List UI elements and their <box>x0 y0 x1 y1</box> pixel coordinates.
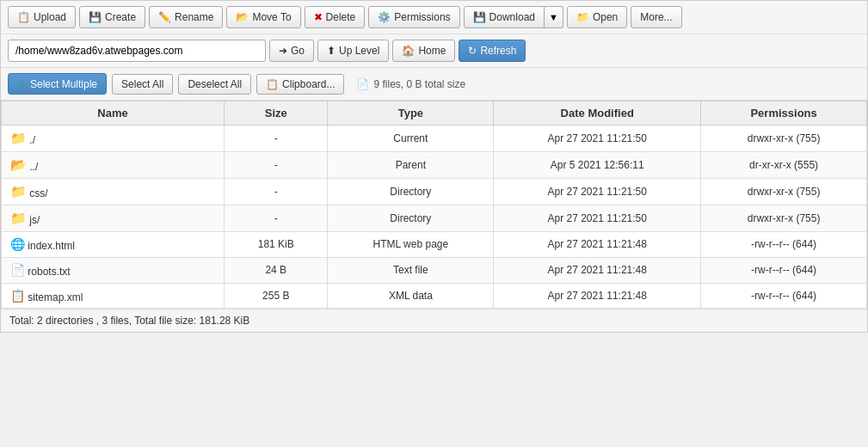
folder-icon: 📁 <box>10 131 27 145</box>
address-bar: ➜ Go ⬆ Up Level 🏠 Home ↻ Refresh <box>1 34 867 68</box>
download-icon: 💾 <box>473 11 486 23</box>
filename: index.html <box>28 240 75 252</box>
cell-date: Apr 27 2021 11:21:50 <box>494 205 701 232</box>
col-header-permissions: Permissions <box>701 101 867 126</box>
cell-type: Text file <box>328 257 494 283</box>
rename-button[interactable]: ✏️ Rename <box>149 6 223 28</box>
cell-permissions: drwxr-xr-x (755) <box>701 179 867 205</box>
cell-date: Apr 27 2021 11:21:50 <box>494 179 701 205</box>
rename-label: Rename <box>175 11 213 23</box>
go-button[interactable]: ➜ Go <box>269 40 314 62</box>
deselect-all-button[interactable]: Deselect All <box>178 74 251 95</box>
cell-date: Apr 27 2021 11:21:48 <box>494 283 701 309</box>
select-all-button[interactable]: Select All <box>112 74 173 95</box>
col-header-date: Date Modified <box>494 101 701 126</box>
open-icon: 📁 <box>576 11 589 23</box>
select-multiple-label: Select Multiple <box>30 78 97 90</box>
download-label: Download <box>489 11 535 23</box>
clipboard-button[interactable]: 📋 Clipboard... <box>256 74 344 95</box>
uplevel-button[interactable]: ⬆ Up Level <box>317 40 389 62</box>
home-label: Home <box>418 45 446 57</box>
uplevel-icon: ⬆ <box>327 45 336 57</box>
filename: ./ <box>29 134 35 146</box>
table-row[interactable]: 📁 css/ - Directory Apr 27 2021 11:21:50 … <box>2 179 867 205</box>
cell-type: Parent <box>328 152 494 179</box>
cell-name: 🌐 index.html <box>2 232 225 258</box>
cell-permissions: drwxr-xr-x (755) <box>701 126 867 152</box>
folder-icon: 📁 <box>10 211 27 225</box>
rename-icon: ✏️ <box>158 11 171 23</box>
table-row[interactable]: 📁 ./ - Current Apr 27 2021 11:21:50 drwx… <box>2 126 867 152</box>
table-row[interactable]: 📁 js/ - Directory Apr 27 2021 11:21:50 d… <box>2 205 867 232</box>
more-button[interactable]: More... <box>631 6 681 28</box>
cell-size: - <box>225 152 328 179</box>
go-label: Go <box>291 45 305 57</box>
refresh-icon: ↻ <box>468 45 477 57</box>
moveto-icon: 📂 <box>236 11 249 23</box>
upload-icon: 📋 <box>17 11 30 23</box>
uplevel-label: Up Level <box>339 45 379 57</box>
cell-size: - <box>225 126 328 152</box>
more-label: More... <box>640 11 672 23</box>
table-row[interactable]: 📋 sitemap.xml 255 B XML data Apr 27 2021… <box>2 283 867 309</box>
cell-permissions: drwxr-xr-x (755) <box>701 205 867 232</box>
xml-icon: 📋 <box>10 289 25 303</box>
cell-name: 📁 css/ <box>2 179 225 205</box>
open-label: Open <box>593 11 618 23</box>
filename: ../ <box>29 161 38 173</box>
table-row[interactable]: 🌐 index.html 181 KiB HTML web page Apr 2… <box>2 232 867 258</box>
download-button[interactable]: 💾 Download <box>464 6 545 28</box>
file-count-text: 9 files, 0 B total size <box>373 78 465 90</box>
cell-type: HTML web page <box>328 232 494 258</box>
clipboard-label: Clipboard... <box>282 78 335 90</box>
cell-date: Apr 27 2021 11:21:48 <box>494 232 701 258</box>
cell-size: - <box>225 205 328 232</box>
col-header-size: Size <box>225 101 328 126</box>
cell-size: 181 KiB <box>225 232 328 258</box>
delete-button[interactable]: ✖ Delete <box>305 6 366 28</box>
address-input[interactable] <box>8 40 266 62</box>
permissions-icon: ⚙️ <box>378 11 391 23</box>
moveto-label: Move To <box>252 11 291 23</box>
folder-icon: 📁 <box>10 184 27 199</box>
go-icon: ➜ <box>279 45 287 57</box>
cell-permissions: -rw-r--r-- (644) <box>701 257 867 283</box>
open-button[interactable]: 📁 Open <box>567 6 627 28</box>
download-caret-button[interactable]: ▼ <box>545 6 563 28</box>
cell-name: 📄 robots.txt <box>2 257 225 283</box>
selection-bar: ✓ Select Multiple Select All Deselect Al… <box>1 68 867 101</box>
deselect-all-label: Deselect All <box>188 78 242 90</box>
delete-icon: ✖ <box>314 11 323 23</box>
create-button[interactable]: 💾 Create <box>79 6 145 28</box>
home-icon: 🏠 <box>402 45 415 57</box>
col-header-name: Name <box>2 101 225 126</box>
cell-permissions: -rw-r--r-- (644) <box>701 232 867 258</box>
cell-type: Current <box>328 126 494 152</box>
permissions-button[interactable]: ⚙️ Permissions <box>368 6 459 28</box>
select-multiple-button[interactable]: ✓ Select Multiple <box>8 73 107 95</box>
toolbar: 📋 Upload 💾 Create ✏️ Rename 📂 Move To ✖ … <box>1 1 867 34</box>
file-count: 📄 9 files, 0 B total size <box>356 78 465 90</box>
permissions-label: Permissions <box>394 11 450 23</box>
cell-type: Directory <box>328 205 494 232</box>
cell-size: 255 B <box>225 283 328 309</box>
cell-name: 📁 ./ <box>2 126 225 152</box>
refresh-button[interactable]: ↻ Refresh <box>459 40 526 62</box>
checkmark-icon: ✓ <box>17 77 27 90</box>
create-icon: 💾 <box>89 11 102 23</box>
cell-permissions: -rw-r--r-- (644) <box>701 283 867 309</box>
home-button[interactable]: 🏠 Home <box>392 40 455 62</box>
file-manager: 📋 Upload 💾 Create ✏️ Rename 📂 Move To ✖ … <box>0 0 868 333</box>
filename: css/ <box>29 187 47 199</box>
table-row[interactable]: 📄 robots.txt 24 B Text file Apr 27 2021 … <box>2 257 867 283</box>
upload-label: Upload <box>34 11 66 23</box>
upload-button[interactable]: 📋 Upload <box>8 6 76 28</box>
create-label: Create <box>105 11 136 23</box>
delete-label: Delete <box>326 11 356 23</box>
table-row[interactable]: 📂 ../ - Parent Apr 5 2021 12:56:11 dr-xr… <box>2 152 867 179</box>
refresh-label: Refresh <box>480 45 516 57</box>
file-table: Name Size Type Date Modified Permissions… <box>1 101 867 309</box>
select-all-label: Select All <box>121 78 163 90</box>
cell-name: 📂 ../ <box>2 152 225 179</box>
moveto-button[interactable]: 📂 Move To <box>226 6 300 28</box>
